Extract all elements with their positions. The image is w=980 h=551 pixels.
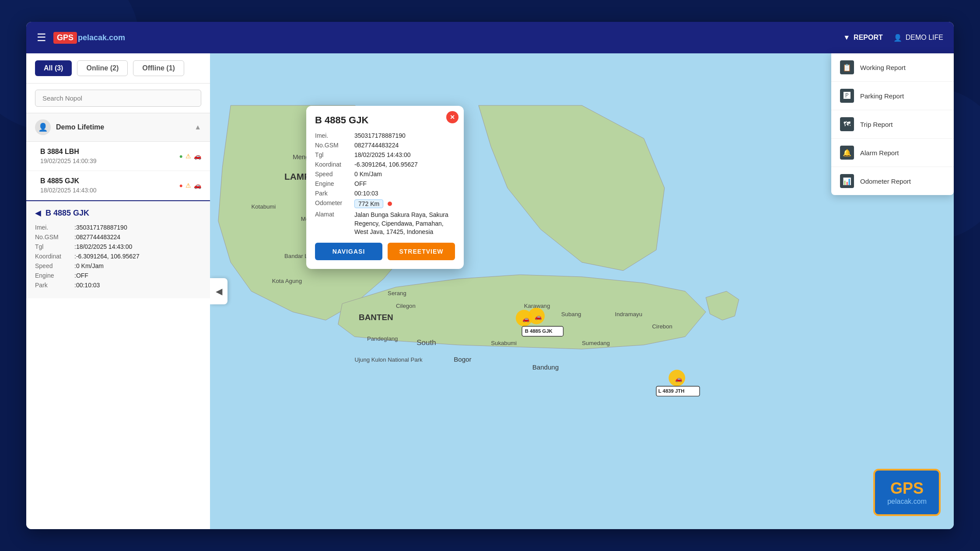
svg-text:Serang: Serang xyxy=(388,290,406,296)
popup-row-odometer: Odometer 772 Km xyxy=(315,199,455,208)
popup-row-speed: Speed 0 Km/Jam xyxy=(315,171,455,178)
svg-text:L 4839 JTH: L 4839 JTH xyxy=(658,388,685,394)
imei-label: Imei. xyxy=(35,224,74,231)
tab-offline[interactable]: Offline (1) xyxy=(133,60,184,76)
vehicle-status-icons: ● ⚠ 🚗 xyxy=(179,182,201,189)
popup-row-gsm: No.GSM 0827744483224 xyxy=(315,142,455,149)
detail-row-speed: Speed : 0 Km/Jam xyxy=(35,262,201,269)
svg-text:Pandeglang: Pandeglang xyxy=(367,335,398,342)
report-dropdown-trigger[interactable]: ▼ REPORT xyxy=(843,34,883,42)
report-item-odometer[interactable]: 📊 Odometer Report xyxy=(831,167,954,195)
working-report-label: Working Report xyxy=(860,64,906,71)
user-menu[interactable]: 👤 DEMO LIFE xyxy=(893,34,943,42)
report-item-trip[interactable]: 🗺 Trip Report xyxy=(831,110,954,139)
trip-report-label: Trip Report xyxy=(860,121,892,128)
report-item-working[interactable]: 📋 Working Report xyxy=(831,53,954,82)
svg-text:Kota Agung: Kota Agung xyxy=(272,278,302,284)
svg-text:🚗: 🚗 xyxy=(675,375,682,383)
vehicle-time: 19/02/2025 14:00:39 xyxy=(40,157,96,164)
popup-odometer-value: 772 Km xyxy=(354,199,383,208)
content-area: All (3) Online (2) Offline (1) 👤 Demo Li… xyxy=(26,53,954,529)
popup-row-date: Tgl 18/02/2025 14:43:00 xyxy=(315,151,455,158)
gps-watermark: GPS pelacak.com xyxy=(873,469,941,516)
search-input[interactable] xyxy=(35,90,201,107)
popup-koordinat-label: Koordinat xyxy=(315,161,354,168)
user-label: DEMO LIFE xyxy=(906,34,943,42)
popup-park-label: Park xyxy=(315,190,354,197)
streetview-button[interactable]: STREETVIEW xyxy=(388,243,455,260)
hamburger-menu[interactable]: ☰ xyxy=(37,31,46,44)
svg-text:Subang: Subang xyxy=(561,311,581,317)
svg-text:Cilegon: Cilegon xyxy=(396,303,416,309)
report-dropdown: 📋 Working Report 🅿 Parking Report 🗺 Trip… xyxy=(831,53,954,195)
tab-all[interactable]: All (3) xyxy=(35,60,72,76)
group-icon: 👤 xyxy=(35,119,51,135)
vehicle-detail-title: B 4885 GJK xyxy=(46,209,89,218)
speed-label: Speed xyxy=(35,262,74,269)
gsm-label: No.GSM xyxy=(35,234,74,241)
popup-engine-label: Engine xyxy=(315,180,354,187)
main-window: ☰ GPS pelacak.com ▼ REPORT 👤 DEMO LIFE 📋… xyxy=(26,22,954,529)
report-item-parking[interactable]: 🅿 Parking Report xyxy=(831,82,954,110)
navbar: ☰ GPS pelacak.com ▼ REPORT 👤 DEMO LIFE xyxy=(26,22,954,53)
popup-action-buttons: NAVIGASI STREETVIEW xyxy=(315,243,455,260)
vehicle-popup-card: ✕ B 4885 GJK Imei. 350317178887190 No.GS… xyxy=(306,106,464,269)
svg-text:Sumedang: Sumedang xyxy=(582,340,610,346)
detail-row-gsm: No.GSM : 0827744483224 xyxy=(35,234,201,241)
popup-date-label: Tgl xyxy=(315,151,354,158)
tab-online[interactable]: Online (2) xyxy=(77,60,128,76)
popup-row-imei: Imei. 350317178887190 xyxy=(315,132,455,139)
koordinat-label: Koordinat xyxy=(35,253,74,260)
popup-gsm-label: No.GSM xyxy=(315,142,354,149)
list-item[interactable]: B 3884 LBH 19/02/2025 14:00:39 ● ⚠ 🚗 xyxy=(26,142,210,171)
watermark-logo: GPS xyxy=(887,479,927,498)
app-logo: GPS pelacak.com xyxy=(53,32,125,44)
odometer-report-label: Odometer Report xyxy=(860,178,911,185)
svg-text:Bogor: Bogor xyxy=(454,356,471,363)
chevron-down-icon: ▼ xyxy=(843,34,850,42)
svg-text:Ujung Kulon National Park: Ujung Kulon National Park xyxy=(355,356,423,363)
vehicle-plate: B 3884 LBH xyxy=(40,148,96,156)
popup-row-park: Park 00:10:03 xyxy=(315,190,455,197)
navigate-button[interactable]: NAVIGASI xyxy=(315,243,382,260)
report-item-alarm[interactable]: 🔔 Alarm Report xyxy=(831,139,954,167)
popup-row-alamat: Alamat Jalan Bunga Sakura Raya, Sakura R… xyxy=(315,211,455,237)
park-value: 00:10:03 xyxy=(76,282,100,289)
detail-row-imei: Imei. : 350317178887190 xyxy=(35,224,201,231)
list-item[interactable]: B 4885 GJK 18/02/2025 14:43:00 ● ⚠ 🚗 xyxy=(26,171,210,200)
popup-title: B 4885 GJK xyxy=(315,115,455,126)
map-toggle-button[interactable]: ◀ xyxy=(210,278,228,304)
svg-text:BANTEN: BANTEN xyxy=(359,313,393,322)
alarm-report-icon: 🔔 xyxy=(840,146,854,160)
svg-text:South: South xyxy=(416,338,436,347)
vehicle-time: 18/02/2025 14:43:00 xyxy=(40,187,96,194)
detail-row-date: Tgl : 18/02/2025 14:43:00 xyxy=(35,243,201,250)
gsm-value: 0827744483224 xyxy=(76,234,120,241)
popup-alamat-value: Jalan Bunga Sakura Raya, Sakura Regency,… xyxy=(354,211,455,237)
trip-report-icon: 🗺 xyxy=(840,117,854,131)
popup-row-koordinat: Koordinat -6.3091264, 106.95627 xyxy=(315,161,455,168)
koordinat-value: -6.3091264, 106.95627 xyxy=(76,253,140,260)
popup-alamat-label: Alamat xyxy=(315,211,354,237)
vehicle-detail-panel: ◀ B 4885 GJK Imei. : 350317178887190 No.… xyxy=(26,200,210,298)
popup-speed-label: Speed xyxy=(315,171,354,178)
popup-date-value: 18/02/2025 14:43:00 xyxy=(354,151,410,158)
status-online-icon: ● xyxy=(179,153,183,160)
odometer-report-icon: 📊 xyxy=(840,174,854,188)
engine-label: Engine xyxy=(35,272,74,279)
report-label: REPORT xyxy=(854,34,883,42)
svg-text:Cirebon: Cirebon xyxy=(652,323,672,330)
vehicle-type-icon: 🚗 xyxy=(194,182,201,189)
vehicle-group-header[interactable]: 👤 Demo Lifetime ▲ xyxy=(26,113,210,142)
logo-pelacak: pelacak.com xyxy=(78,33,125,42)
group-chevron-icon: ▲ xyxy=(194,123,201,131)
vehicle-detail-header[interactable]: ◀ B 4885 GJK xyxy=(35,208,201,218)
watermark-gps-text: GPS xyxy=(890,479,924,497)
popup-gsm-value: 0827744483224 xyxy=(354,142,399,149)
popup-close-button[interactable]: ✕ xyxy=(446,111,458,123)
svg-text:Kotabumi: Kotabumi xyxy=(251,203,276,210)
working-report-icon: 📋 xyxy=(840,60,854,74)
vehicle-type-icon: 🚗 xyxy=(194,153,201,160)
alert-icon: ⚠ xyxy=(186,182,191,189)
back-arrow-icon: ◀ xyxy=(35,208,41,218)
